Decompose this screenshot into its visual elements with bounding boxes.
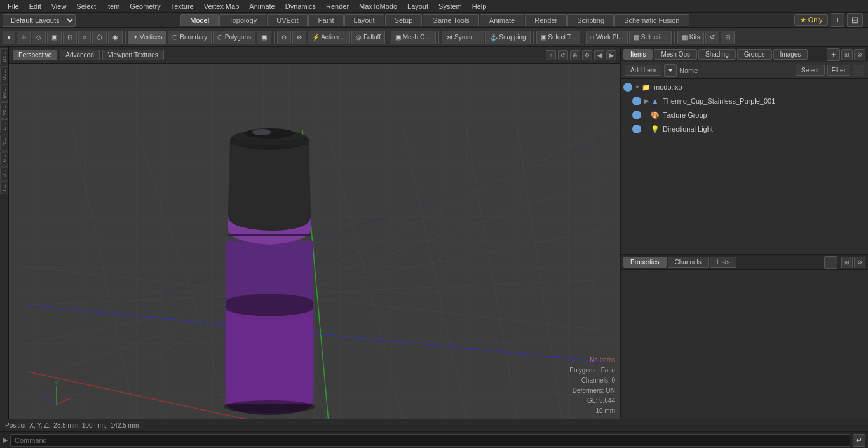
command-go-button[interactable]: ↵ bbox=[853, 434, 865, 447]
visibility-light[interactable] bbox=[632, 125, 641, 133]
menu-animate[interactable]: Animate bbox=[244, 1, 280, 11]
tab-properties[interactable]: Properties bbox=[623, 257, 667, 268]
tool-crosshair[interactable]: ⊕ bbox=[17, 31, 31, 44]
snapping-button[interactable]: ⚓ Snapping bbox=[485, 31, 531, 44]
tab-game-tools[interactable]: Game Tools bbox=[423, 14, 479, 26]
vtab-e[interactable]: E... bbox=[0, 119, 8, 133]
menu-vertex-map[interactable]: Vertex Map bbox=[199, 1, 245, 11]
layout-settings-button[interactable]: ⊞ bbox=[847, 13, 863, 27]
items-minus-button[interactable]: − bbox=[853, 65, 864, 76]
star-only-button[interactable]: ★ Only bbox=[794, 14, 829, 26]
tab-items[interactable]: Items bbox=[623, 49, 653, 60]
add-prop-tab-button[interactable]: + bbox=[824, 256, 837, 269]
tab-channels[interactable]: Channels bbox=[668, 257, 709, 268]
scene-tree[interactable]: ▼ 📁 modo.lxo ▶ ▲ Thermo_Cup_Stainless_Pu… bbox=[621, 79, 868, 254]
menu-select[interactable]: Select bbox=[71, 1, 101, 11]
menu-item[interactable]: Item bbox=[101, 1, 125, 11]
add-items-tab-button[interactable]: + bbox=[827, 48, 840, 61]
vis1-button[interactable]: ⊙ bbox=[277, 31, 291, 44]
menu-render[interactable]: Render bbox=[321, 1, 354, 11]
visibility-mesh[interactable] bbox=[632, 97, 641, 105]
tab-topology[interactable]: Topology bbox=[219, 14, 266, 26]
tree-item-mesh[interactable]: ▶ ▲ Thermo_Cup_Stainless_Purple_001 bbox=[621, 94, 868, 108]
menu-dynamics[interactable]: Dynamics bbox=[280, 1, 321, 11]
tab-shading[interactable]: Shading bbox=[698, 49, 736, 60]
vtab-c[interactable]: C... bbox=[0, 151, 8, 165]
tree-item-root[interactable]: ▼ 📁 modo.lxo bbox=[621, 80, 868, 94]
polygons-button[interactable]: ⬡ Polygons bbox=[213, 31, 255, 44]
vtab-me[interactable]: Me... bbox=[0, 84, 8, 102]
tab-groups[interactable]: Groups bbox=[737, 49, 772, 60]
vtab-ve[interactable]: Ve... bbox=[0, 102, 8, 119]
filter-button[interactable]: Filter bbox=[827, 65, 850, 76]
tool-square[interactable]: ▣ bbox=[47, 31, 62, 44]
items-settings-button[interactable]: ⚙ bbox=[854, 49, 865, 60]
selection-button[interactable]: ▦ Selecti ... bbox=[629, 31, 672, 44]
kits-button[interactable]: ▦ Kits bbox=[677, 31, 704, 44]
vp-icon-rotate[interactable]: ↺ bbox=[558, 50, 568, 60]
vp-icon-settings[interactable]: ⚙ bbox=[582, 50, 592, 60]
select-mode-button[interactable]: ▣ bbox=[257, 31, 271, 44]
vertices-button[interactable]: ✦ Vertices bbox=[128, 31, 166, 44]
menu-geometry[interactable]: Geometry bbox=[125, 1, 165, 11]
layout-dropdown[interactable]: Default Layouts bbox=[3, 14, 76, 27]
visibility-texture[interactable] bbox=[632, 111, 641, 119]
vtab-du[interactable]: Du... bbox=[0, 66, 8, 83]
select-button[interactable]: Select bbox=[796, 65, 825, 76]
prop-expand-button[interactable]: ⊞ bbox=[841, 257, 853, 268]
vtab-f[interactable]: F... bbox=[0, 181, 8, 194]
menu-edit[interactable]: Edit bbox=[24, 1, 46, 11]
symmetry-button[interactable]: ⋈ Symm ... bbox=[442, 31, 484, 44]
tab-paint[interactable]: Paint bbox=[308, 14, 343, 26]
vp-icon-prev[interactable]: ◀ bbox=[594, 50, 604, 60]
action-button[interactable]: ⚡ Action ... bbox=[308, 31, 350, 44]
vp-icon-zoom[interactable]: ⊕ bbox=[570, 50, 580, 60]
vtab-de[interactable]: De... bbox=[0, 48, 8, 65]
falloff-button[interactable]: ◎ Falloff bbox=[351, 31, 385, 44]
undo-button[interactable]: ↺ bbox=[705, 31, 719, 44]
tool-grid[interactable]: ⊡ bbox=[63, 31, 77, 44]
tab-uvedit[interactable]: UVEdit bbox=[267, 14, 308, 26]
vp-tab-advanced[interactable]: Advanced bbox=[60, 50, 99, 60]
tab-setup[interactable]: Setup bbox=[385, 14, 423, 26]
work-plane-button[interactable]: □ Work Pl... bbox=[586, 31, 628, 44]
tool-target[interactable]: ◉ bbox=[108, 31, 123, 44]
command-input[interactable] bbox=[10, 434, 850, 447]
items-expand-button[interactable]: ⊞ bbox=[841, 49, 853, 60]
tab-render[interactable]: Render bbox=[525, 14, 567, 26]
menu-view[interactable]: View bbox=[46, 1, 72, 11]
add-item-dropdown[interactable]: ▼ bbox=[664, 64, 677, 77]
tab-animate[interactable]: Animate bbox=[480, 14, 524, 26]
tool-diamond[interactable]: ◇ bbox=[32, 31, 46, 44]
tab-mesh-ops[interactable]: Mesh Ops bbox=[654, 49, 697, 60]
tree-item-light[interactable]: ▶ 💡 Directional Light bbox=[621, 122, 868, 136]
tab-schematic[interactable]: Schematic Fusion bbox=[614, 14, 689, 26]
tree-item-texture[interactable]: ▶ 🎨 Texture Group bbox=[621, 108, 868, 122]
menu-maxtomodo[interactable]: MaxToModo bbox=[354, 1, 402, 11]
vtab-u[interactable]: U... bbox=[0, 166, 8, 180]
select-t-button[interactable]: ▣ Select T... bbox=[536, 31, 581, 44]
menu-system[interactable]: System bbox=[433, 1, 467, 11]
viewport-canvas[interactable]: No Items Polygons : Face Channels: 0 Def… bbox=[9, 64, 620, 419]
vp-tab-perspective[interactable]: Perspective bbox=[13, 50, 57, 60]
vp-icon-move[interactable]: ↕ bbox=[546, 50, 556, 60]
vis2-button[interactable]: ⊗ bbox=[292, 31, 306, 44]
menu-file[interactable]: File bbox=[3, 1, 24, 11]
expand-button[interactable]: ⊞ bbox=[721, 31, 735, 44]
add-item-button[interactable]: Add Item bbox=[625, 65, 661, 76]
menu-help[interactable]: Help bbox=[467, 1, 492, 11]
tab-lists[interactable]: Lists bbox=[710, 257, 737, 268]
tool-circle[interactable]: ○ bbox=[78, 31, 91, 44]
tab-layout[interactable]: Layout bbox=[344, 14, 384, 26]
tool-dot[interactable]: ● bbox=[3, 31, 15, 44]
vp-tab-textures[interactable]: Viewport Textures bbox=[102, 50, 164, 60]
tab-images[interactable]: Images bbox=[773, 49, 808, 60]
tab-scripting[interactable]: Scripting bbox=[567, 14, 614, 26]
tool-hex[interactable]: ⬡ bbox=[92, 31, 107, 44]
menu-layout[interactable]: Layout bbox=[402, 1, 433, 11]
visibility-root[interactable] bbox=[623, 83, 632, 92]
vtab-po[interactable]: Po... bbox=[0, 134, 8, 151]
mesh-c-button[interactable]: ▣ Mesh C ... bbox=[391, 31, 436, 44]
prop-settings-button[interactable]: ⚙ bbox=[854, 257, 865, 268]
add-layout-button[interactable]: + bbox=[831, 13, 844, 27]
